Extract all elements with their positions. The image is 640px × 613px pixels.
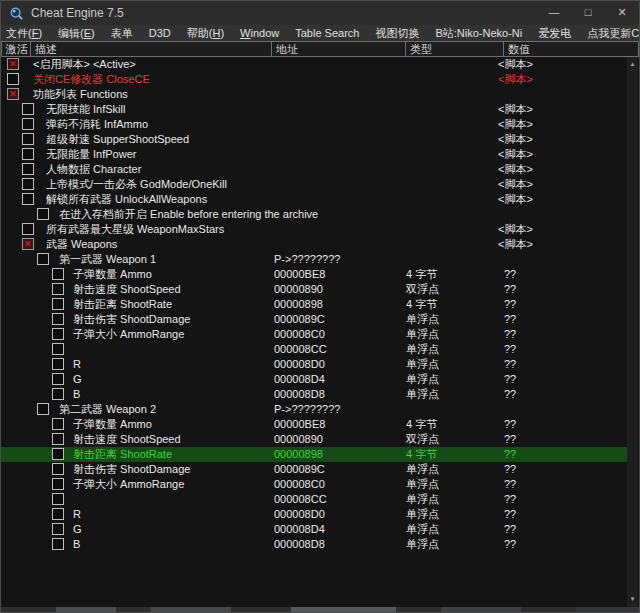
activate-checkbox[interactable] (52, 328, 64, 340)
activate-checkbox[interactable] (52, 538, 64, 550)
activate-checkbox[interactable] (52, 358, 64, 370)
activate-checkbox[interactable] (22, 103, 34, 115)
cheat-row[interactable]: ✕<启用脚本> <Active><脚本> (1, 57, 627, 72)
value-cell[interactable]: ?? (504, 538, 516, 551)
activate-checkbox[interactable] (22, 133, 34, 145)
value-cell[interactable]: ?? (504, 433, 516, 446)
value-cell[interactable]: ?? (504, 268, 516, 281)
cheat-row[interactable]: 关闭CE修改器 CloseCE<脚本> (1, 72, 627, 87)
cheat-row[interactable]: 射击伤害 ShootDamage0000089C单浮点?? (1, 462, 627, 477)
cheat-row[interactable]: 所有武器最大星级 WeaponMaxStars<脚本> (1, 222, 627, 237)
value-cell[interactable]: ?? (504, 358, 516, 371)
cheat-row[interactable]: 无限能量 InfPower<脚本> (1, 147, 627, 162)
value-cell[interactable]: ?? (504, 448, 516, 461)
cheat-row[interactable]: 在进入存档前开启 Enable before entering the arch… (1, 207, 627, 222)
value-cell[interactable]: ?? (504, 283, 516, 296)
activate-checkbox[interactable] (7, 73, 19, 85)
menu-item-4[interactable]: 帮助(H) (187, 26, 224, 41)
activate-checkbox[interactable]: ✕ (7, 88, 19, 100)
scroll-down-icon[interactable]: ▼ (627, 593, 638, 606)
minimize-button[interactable]: — (537, 1, 571, 25)
activate-checkbox[interactable] (52, 463, 64, 475)
cheat-row[interactable]: B000008D8单浮点?? (1, 387, 627, 402)
cheat-row[interactable]: 射击速度 ShootSpeed00000890双浮点?? (1, 282, 627, 297)
activate-checkbox[interactable] (52, 418, 64, 430)
value-cell[interactable]: ?? (504, 493, 516, 506)
menu-item-3[interactable]: D3D (149, 26, 171, 41)
close-button[interactable]: ✕ (605, 1, 639, 25)
activate-checkbox[interactable] (52, 268, 64, 280)
maximize-button[interactable]: □ (571, 1, 605, 25)
value-cell[interactable]: ?? (504, 328, 516, 341)
cheat-row[interactable]: ✕武器 Weapons<脚本> (1, 237, 627, 252)
vertical-scrollbar[interactable]: ▲ ▼ (627, 57, 638, 607)
value-cell[interactable]: ?? (504, 373, 516, 386)
cheat-row[interactable]: 人物数据 Character<脚本> (1, 162, 627, 177)
value-cell[interactable]: ?? (504, 298, 516, 311)
activate-checkbox[interactable] (37, 208, 49, 220)
value-cell[interactable]: ?? (504, 523, 516, 536)
cheat-row[interactable]: 子弹大小 AmmoRange000008C0单浮点?? (1, 477, 627, 492)
activate-checkbox[interactable] (52, 313, 64, 325)
value-cell[interactable]: ?? (504, 418, 516, 431)
activate-checkbox[interactable] (52, 508, 64, 520)
cheat-row[interactable]: 射击伤害 ShootDamage0000089C单浮点?? (1, 312, 627, 327)
activate-checkbox[interactable] (22, 193, 34, 205)
menu-item-8[interactable]: B站:Niko-Neko-Ni (435, 26, 522, 41)
cheat-row[interactable]: G000008D4单浮点?? (1, 372, 627, 387)
cheat-row[interactable]: R000008D0单浮点?? (1, 507, 627, 522)
cheat-row[interactable]: 第二武器 Weapon 2P->???????? (1, 402, 627, 417)
cheat-row[interactable]: 000008CC单浮点?? (1, 342, 627, 357)
value-cell[interactable]: ?? (504, 343, 516, 356)
activate-checkbox[interactable] (52, 283, 64, 295)
menu-item-9[interactable]: 爱发电 (538, 26, 571, 41)
value-cell[interactable]: ?? (504, 508, 516, 521)
cheat-row[interactable]: 解锁所有武器 UnlockAllWeapons<脚本> (1, 192, 627, 207)
value-cell[interactable]: ?? (504, 388, 516, 401)
activate-checkbox[interactable]: ✕ (7, 58, 19, 70)
activate-checkbox[interactable] (52, 478, 64, 490)
cheat-row[interactable]: 上帝模式/一击必杀 GodMode/OneKill<脚本> (1, 177, 627, 192)
activate-checkbox[interactable] (52, 388, 64, 400)
activate-checkbox[interactable] (37, 253, 49, 265)
activate-checkbox[interactable] (52, 298, 64, 310)
column-header-1[interactable]: 描述 (31, 41, 272, 57)
activate-checkbox[interactable] (52, 373, 64, 385)
activate-checkbox[interactable] (22, 148, 34, 160)
cheat-row[interactable]: ✕功能列表 Functions (1, 87, 627, 102)
cheat-row[interactable]: R000008D0单浮点?? (1, 357, 627, 372)
cheat-row[interactable]: 子弹数量 Ammo00000BE84 字节?? (1, 417, 627, 432)
menu-item-6[interactable]: Table Search (295, 26, 359, 41)
cheat-row[interactable]: G000008D4单浮点?? (1, 522, 627, 537)
activate-checkbox[interactable] (22, 223, 34, 235)
cheat-row[interactable]: 射击速度 ShootSpeed00000890双浮点?? (1, 432, 627, 447)
menu-item-1[interactable]: 编辑(E) (58, 26, 95, 41)
activate-checkbox[interactable] (22, 118, 34, 130)
activate-checkbox[interactable]: ✕ (22, 238, 34, 250)
menu-item-2[interactable]: 表单 (111, 26, 133, 41)
cheat-row[interactable]: 射击距离 ShootRate000008984 字节?? (1, 447, 627, 462)
column-header-0[interactable]: 激活 (1, 41, 31, 57)
menu-item-10[interactable]: 点我更新CT表 (587, 26, 639, 41)
column-header-2[interactable]: 地址 (272, 41, 406, 57)
cheat-row[interactable]: 无限技能 InfSkill<脚本> (1, 102, 627, 117)
activate-checkbox[interactable] (22, 163, 34, 175)
cheat-row[interactable]: 子弹大小 AmmoRange000008C0单浮点?? (1, 327, 627, 342)
activate-checkbox[interactable] (52, 433, 64, 445)
column-header-4[interactable]: 数值 (504, 41, 639, 57)
column-header-3[interactable]: 类型 (406, 41, 504, 57)
menu-item-0[interactable]: 文件(F) (6, 26, 42, 41)
value-cell[interactable]: ?? (504, 478, 516, 491)
activate-checkbox[interactable] (37, 403, 49, 415)
value-cell[interactable]: ?? (504, 313, 516, 326)
value-cell[interactable]: ?? (504, 463, 516, 476)
cheat-row[interactable]: 超级射速 SupperShootSpeed<脚本> (1, 132, 627, 147)
title-bar[interactable]: Cheat Engine 7.5 — □ ✕ (1, 1, 639, 25)
cheat-row[interactable]: 射击距离 ShootRate000008984 字节?? (1, 297, 627, 312)
activate-checkbox[interactable] (22, 178, 34, 190)
scroll-up-icon[interactable]: ▲ (627, 58, 638, 71)
activate-checkbox[interactable] (52, 343, 64, 355)
cheat-row[interactable]: 子弹数量 Ammo00000BE84 字节?? (1, 267, 627, 282)
activate-checkbox[interactable] (52, 493, 64, 505)
cheat-row[interactable]: 弹药不消耗 InfAmmo<脚本> (1, 117, 627, 132)
